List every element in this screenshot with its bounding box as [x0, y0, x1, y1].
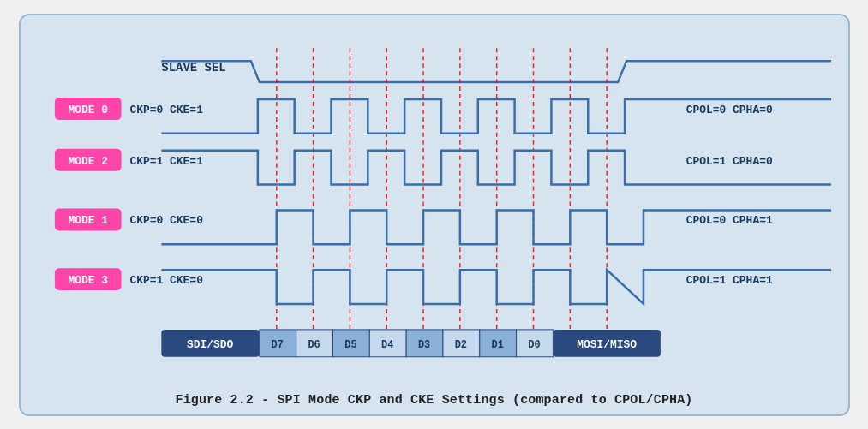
svg-text:CPOL=0  CPHA=1: CPOL=0 CPHA=1: [685, 214, 772, 227]
svg-text:CKP=1  CKE=1: CKP=1 CKE=1: [129, 154, 203, 167]
svg-text:CPOL=1  CPHA=1: CPOL=1 CPHA=1: [685, 274, 772, 287]
svg-text:MODE 3: MODE 3: [68, 274, 108, 287]
svg-text:CKP=0  CKE=0: CKP=0 CKE=0: [129, 214, 203, 227]
svg-text:CPOL=1  CPHA=0: CPOL=1 CPHA=0: [685, 154, 772, 167]
svg-text:D0: D0: [528, 338, 540, 350]
svg-text:SDI/SDO: SDI/SDO: [186, 337, 233, 350]
diagram-container: text { font-family: 'Courier New', Couri…: [19, 14, 850, 416]
mode0-cpolcpha: CPOL=0 CPHA=0: [685, 103, 772, 116]
svg-text:D5: D5: [344, 338, 356, 350]
mode0-label: MODE 0: [68, 103, 108, 116]
mode0-params: CKP=0 CKE=1: [129, 103, 203, 116]
svg-text:D3: D3: [417, 338, 429, 350]
svg-text:MODE 2: MODE 2: [68, 154, 108, 167]
svg-text:D2: D2: [454, 338, 466, 350]
svg-text:D1: D1: [491, 338, 503, 350]
svg-text:MOSI/MISO: MOSI/MISO: [577, 337, 637, 350]
waveform-diagram: text { font-family: 'Courier New', Couri…: [29, 24, 840, 388]
svg-text:D6: D6: [308, 338, 320, 350]
slave-sel-label: SLAVE SEL: [161, 61, 225, 74]
svg-text:MODE 1: MODE 1: [68, 214, 108, 227]
svg-text:D7: D7: [271, 338, 283, 350]
svg-text:CKP=1  CKE=0: CKP=1 CKE=0: [129, 274, 203, 287]
figure-caption: Figure 2.2 - SPI Mode CKP and CKE Settin…: [176, 388, 693, 408]
svg-text:D4: D4: [381, 338, 393, 350]
